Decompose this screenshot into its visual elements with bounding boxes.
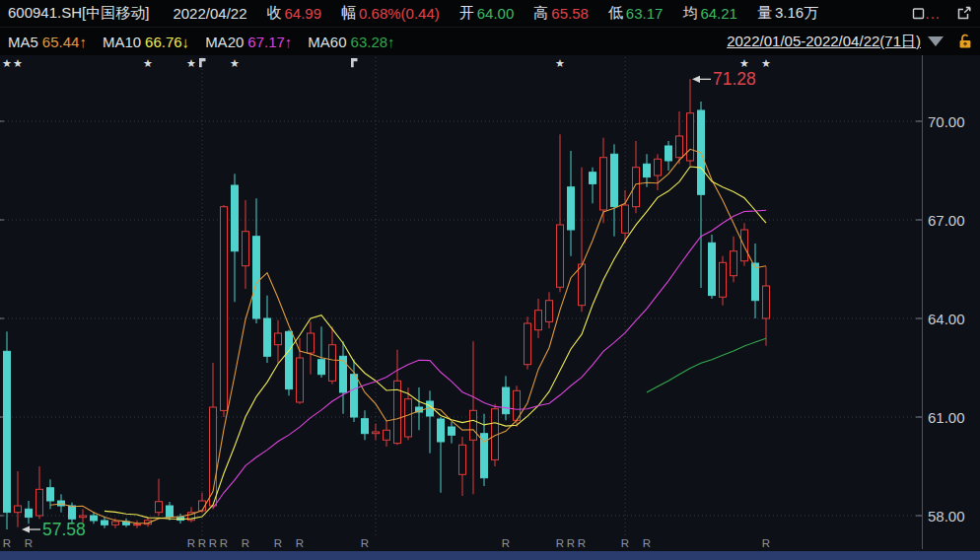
avg-label: 均 (682, 4, 697, 23)
volume-value: 3.16万 (775, 4, 818, 23)
ma10-field: MA10 66.76↓ (103, 34, 189, 50)
ma60-label: MA60 (308, 34, 346, 50)
r-marker: R (567, 537, 575, 549)
price-annotation: 71.28 (713, 69, 756, 89)
ma10-label: MA10 (103, 34, 141, 50)
star-marker: ★ (555, 57, 565, 69)
lock-icon[interactable] (958, 34, 972, 49)
high-label: 高 (533, 4, 548, 23)
star-marker: ★ (13, 57, 23, 69)
change-field: 幅 0.68%(0.44) (341, 4, 440, 23)
high-value: 65.58 (551, 5, 589, 22)
ma20-field: MA20 67.17↑ (205, 34, 292, 50)
r-marker: R (187, 537, 195, 549)
r-marker: R (361, 537, 369, 549)
r-marker: R (502, 537, 510, 549)
stock-symbol: 600941.SH[中国移动] (8, 4, 149, 23)
volume-label: 量 (757, 4, 772, 23)
star-marker: ★ (739, 57, 749, 69)
high-field: 高 65.58 (533, 4, 589, 23)
r-marker: R (556, 537, 564, 549)
ma5-field: MA5 65.44↑ (8, 34, 87, 50)
expand-icon[interactable] (956, 6, 972, 21)
more-ellipsis[interactable]: ... (925, 5, 941, 22)
star-marker: ★ (2, 57, 12, 69)
ma10-value: 66.76↓ (145, 34, 189, 50)
quote-date: 2022/04/22 (173, 5, 246, 22)
r-marker: R (25, 537, 33, 549)
change-label: 幅 (341, 4, 356, 23)
kline-chart[interactable]: 70.0067.0064.0061.0058.00★★★★★★★★RRRRRRR… (0, 55, 980, 551)
r-marker: R (643, 537, 651, 549)
avg-value: 64.21 (700, 5, 737, 22)
stock-info-bar: 600941.SH[中国移动] 2022/04/22 收 64.99 幅 0.6… (0, 0, 980, 28)
r-marker: R (198, 537, 206, 549)
close-label: 收 (266, 4, 281, 23)
close-field: 收 64.99 (266, 4, 321, 23)
price-annotation: 57.58 (42, 520, 86, 539)
open-value: 64.00 (477, 5, 515, 22)
r-marker: R (296, 537, 304, 549)
chart-scrollbar[interactable] (0, 551, 980, 560)
star-marker: ★ (230, 57, 240, 69)
volume-field: 量 3.16万 (757, 4, 818, 23)
svg-text:67.00: 67.00 (928, 212, 965, 229)
low-value: 63.17 (626, 5, 664, 22)
r-marker: R (578, 537, 586, 549)
flag-marker (351, 58, 358, 67)
r-marker: R (242, 537, 249, 549)
svg-text:64.00: 64.00 (928, 311, 965, 327)
star-marker: ★ (143, 57, 153, 69)
ma20-value: 67.17↑ (247, 34, 292, 50)
open-field: 开 64.00 (459, 4, 515, 23)
svg-text:61.00: 61.00 (928, 409, 965, 426)
r-marker: R (274, 537, 282, 549)
r-marker: R (3, 537, 11, 549)
r-marker: R (209, 537, 217, 549)
low-label: 低 (608, 4, 623, 23)
ma60-value: 63.28↑ (351, 34, 395, 50)
star-marker: ★ (761, 57, 771, 69)
ma20-label: MA20 (205, 34, 244, 50)
ma5-label: MA5 (8, 34, 38, 50)
window-icon[interactable] (912, 7, 925, 20)
ma60-field: MA60 63.28↑ (308, 34, 394, 50)
close-value: 64.99 (284, 5, 321, 22)
ma5-value: 65.44↑ (42, 34, 87, 50)
r-marker: R (621, 537, 629, 549)
open-label: 开 (459, 4, 474, 23)
r-marker: R (220, 537, 228, 549)
r-marker: R (762, 537, 770, 549)
low-field: 低 63.17 (608, 4, 664, 23)
caret-down-icon[interactable] (928, 36, 944, 46)
kline-chart-canvas[interactable]: 70.0067.0064.0061.0058.00★★★★★★★★RRRRRRR… (0, 55, 980, 551)
star-marker: ★ (186, 57, 196, 69)
ma-bar: MA5 65.44↑ MA10 66.76↓ MA20 67.17↑ MA60 … (0, 28, 980, 55)
svg-text:58.00: 58.00 (928, 508, 965, 525)
svg-text:70.00: 70.00 (928, 113, 965, 130)
change-value: 0.68%(0.44) (359, 5, 440, 22)
avg-field: 均 64.21 (682, 4, 737, 23)
date-range-selector[interactable]: 2022/01/05-2022/04/22(71日) (727, 33, 921, 51)
